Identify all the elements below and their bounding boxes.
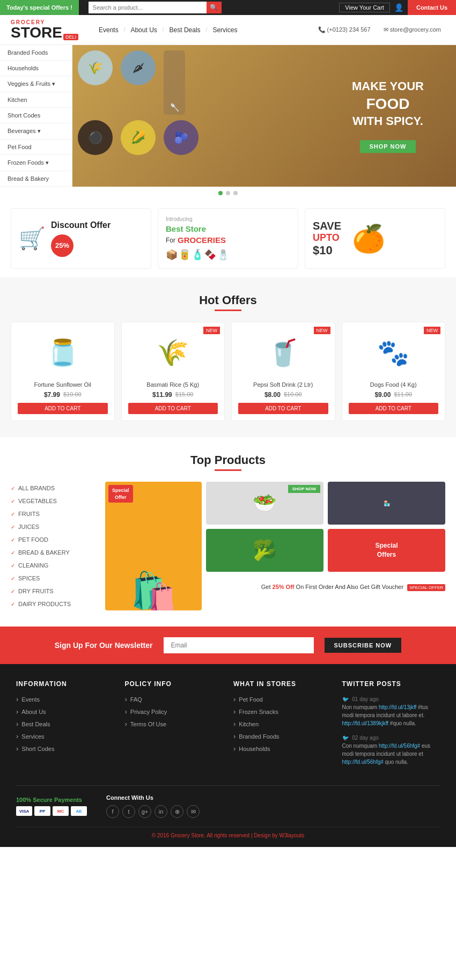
- newsletter-email-input[interactable]: [164, 637, 314, 653]
- sidebar-item-kitchen[interactable]: Kitchen: [0, 92, 72, 108]
- footer-bottom: 100% Secure Payments VISA PP MC AE Conne…: [16, 785, 440, 818]
- nav-about[interactable]: About Us: [126, 26, 161, 34]
- twitter-icon[interactable]: t: [122, 805, 135, 818]
- twitter-link-1b[interactable]: http://fd.ul/1389kjkff: [342, 720, 389, 726]
- product-card-pepsi: NEW 🥤 Pepsi Soft Drink (2 Ltr) $8.00 $10…: [231, 322, 335, 421]
- footer-terms-link[interactable]: Terms Of Use: [125, 720, 223, 728]
- sidebar-item-veggies[interactable]: Veggies & Fruits ▾: [0, 76, 72, 92]
- search-button[interactable]: 🔍: [207, 2, 222, 13]
- footer-privacy-link[interactable]: Privacy Policy: [125, 708, 223, 716]
- top-bar-offer: Today's special Offers !: [0, 0, 79, 15]
- email-icon[interactable]: ✉: [187, 805, 200, 818]
- sidebar-item-households[interactable]: Households: [0, 61, 72, 76]
- footer-information-title: INFORMATION: [16, 680, 114, 688]
- add-to-cart-oil[interactable]: ADD TO CART: [18, 403, 108, 414]
- top-right-top-row: SHOP NOW 🥗 🏪: [206, 482, 445, 525]
- add-to-cart-dogs[interactable]: ADD TO CART: [349, 403, 439, 414]
- cart-button[interactable]: View Your Cart: [339, 3, 390, 12]
- nav-best-deals[interactable]: Best Deals: [165, 26, 205, 34]
- hero-banner: 🌾 🌶 🥄 ⚫ 🌽 🫐 MAKE YOUR FOOD WITH SPICY. S…: [72, 45, 456, 187]
- twitter-link-2a[interactable]: http://fd.ul/56hfg#: [379, 743, 420, 749]
- cat-juices[interactable]: JUICES: [11, 520, 97, 533]
- hero-text: MAKE YOUR FOOD WITH SPICY. SHOP NOW: [352, 79, 424, 153]
- cat-vegetables[interactable]: VEGETABLES: [11, 495, 97, 507]
- bowl-quinoa: 🌾: [78, 50, 113, 85]
- sidebar-item-bread-bakery[interactable]: Bread & Bakery: [0, 171, 72, 187]
- connect-label: Connect With Us: [106, 794, 200, 801]
- footer-services-link[interactable]: Services: [16, 732, 114, 740]
- product-tag-pepsi: NEW: [314, 327, 330, 334]
- facebook-icon[interactable]: f: [106, 805, 119, 818]
- dot-1[interactable]: [218, 191, 223, 195]
- footer-columns: INFORMATION Events About Us Best Deals S…: [16, 680, 440, 772]
- footer-best-deals-link[interactable]: Best Deals: [16, 720, 114, 728]
- header: GROCERY STORE DELI Events / About Us / B…: [0, 15, 456, 45]
- footer-households-link[interactable]: Households: [233, 745, 332, 753]
- googleplus-icon[interactable]: g+: [138, 805, 151, 818]
- food-bowls-icon: 🥗: [253, 492, 277, 514]
- user-icon[interactable]: 👤: [394, 3, 403, 12]
- hero-line3: WITH SPICY.: [352, 114, 423, 128]
- hot-offers-section: Hot Offers 🫙 Fortune Sunflower Oil $7.99…: [0, 277, 456, 437]
- twitter-end-1: #quo nulla.: [390, 720, 416, 726]
- gift-rest: On First Order And Also Get Gift Voucher: [296, 584, 404, 590]
- cat-dairy[interactable]: DAIRY PRODUCTS: [11, 598, 97, 610]
- footer-faq-link[interactable]: FAQ: [125, 695, 223, 703]
- add-to-cart-rice[interactable]: ADD TO CART: [128, 403, 218, 414]
- sidebar-item-branded-foods[interactable]: Branded Foods: [0, 45, 72, 61]
- top-bar: Today's special Offers ! 🔍 View Your Car…: [0, 0, 456, 15]
- footer-petfood-link[interactable]: Pet Food: [233, 695, 332, 703]
- promo-save: SAVE UPTO $10 🍊: [305, 208, 445, 269]
- dot-2[interactable]: [226, 191, 230, 195]
- nav-events[interactable]: Events: [94, 26, 123, 34]
- cat-all-brands[interactable]: ALL BRANDS: [11, 482, 97, 495]
- twitter-link-2b[interactable]: http://fd.ul/56hfg#: [342, 759, 384, 765]
- top-products-section: Top Products ALL BRANDS VEGETABLES FRUIT…: [0, 437, 456, 627]
- product-prices-rice: $11.99 $15.00: [128, 391, 218, 399]
- cat-dry-fruits[interactable]: DRY FRUITS: [11, 585, 97, 598]
- main-content: Branded Foods Households Veggies & Fruit…: [0, 45, 456, 187]
- payment-icons: VISA PP MC AE: [16, 806, 87, 816]
- linkedin-icon[interactable]: in: [155, 805, 167, 818]
- footer-events-link[interactable]: Events: [16, 695, 114, 703]
- nav-services[interactable]: Services: [208, 26, 241, 34]
- rss-icon[interactable]: ⊕: [171, 805, 183, 818]
- gift-text: Get: [261, 584, 271, 590]
- cat-spices[interactable]: SPICES: [11, 572, 97, 585]
- shop-now-overlay-button[interactable]: SHOP NOW: [288, 485, 320, 493]
- sidebar-item-beverages[interactable]: Beverages ▾: [0, 123, 72, 139]
- footer-kitchen-link[interactable]: Kitchen: [233, 720, 332, 728]
- promo-row: 🛒 Discount Offer 25% Introducing Best St…: [0, 200, 456, 277]
- cat-cleaning[interactable]: CLEANING: [11, 559, 97, 572]
- footer-what-in-stores: WHAT IN STORES Pet Food Frozen Snacks Ki…: [233, 680, 332, 772]
- spoon-1: 🥄: [164, 50, 185, 115]
- vegetables-icon: 🥦: [253, 539, 277, 562]
- main-nav: Events / About Us / Best Deals / Service…: [94, 26, 318, 34]
- cat-fruits[interactable]: FRUITS: [11, 507, 97, 520]
- sidebar-item-pet-food[interactable]: Pet Food: [0, 139, 72, 155]
- twitter-post-2: 🐦 02 day ago Con numquam http://fd.ul/56…: [342, 734, 440, 766]
- cat-bread-bakery[interactable]: BREAD & BAKERY: [11, 546, 97, 559]
- footer-frozen-link[interactable]: Frozen Snacks: [233, 708, 332, 716]
- search-input[interactable]: [89, 2, 207, 13]
- top-category-list: ALL BRANDS VEGETABLES FRUITS JUICES PET …: [11, 482, 97, 610]
- product-prices-dogs: $9.00 $11.00: [349, 391, 439, 399]
- product-tag-rice: NEW: [203, 327, 220, 334]
- footer-short-codes-link[interactable]: Short Codes: [16, 745, 114, 753]
- hot-offers-line: [215, 310, 241, 311]
- hero-shop-now-button[interactable]: SHOP NOW: [360, 140, 416, 153]
- promo-discount-icon: 🛒: [19, 226, 46, 251]
- footer-information: INFORMATION Events About Us Best Deals S…: [16, 680, 114, 772]
- sidebar-item-frozen-foods[interactable]: Frozen Foods ▾: [0, 155, 72, 171]
- top-vegetables-img: 🥦: [206, 529, 323, 572]
- footer-about-link[interactable]: About Us: [16, 708, 114, 716]
- contact-us-button[interactable]: Contact Us: [408, 0, 456, 15]
- sidebar-item-short-codes[interactable]: Short Codes: [0, 108, 72, 123]
- paypal-icon: PP: [34, 806, 50, 816]
- cat-pet-food[interactable]: PET FOOD: [11, 533, 97, 546]
- subscribe-button[interactable]: SUBSCRIBE NOW: [325, 638, 402, 653]
- footer-branded-link[interactable]: Branded Foods: [233, 732, 332, 740]
- twitter-link-1a[interactable]: http://fd.ul/13jkff: [379, 704, 416, 710]
- add-to-cart-pepsi[interactable]: ADD TO CART: [238, 403, 328, 414]
- dot-3[interactable]: [233, 191, 238, 195]
